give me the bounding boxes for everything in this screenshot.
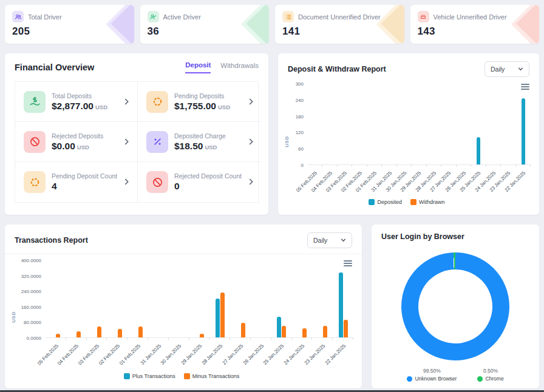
financial-card[interactable]: Pending Deposits $1,755.00USD — [138, 82, 262, 122]
category-column — [516, 98, 531, 164]
category-column — [127, 326, 148, 337]
financial-card[interactable]: Deposited Charge $18.50USD — [138, 122, 262, 162]
financial-card-unit: USD — [218, 104, 230, 110]
legend-item[interactable]: Minus Transactions — [184, 373, 240, 379]
financial-card[interactable]: Rejected Deposits $0.00USD — [15, 122, 138, 162]
stat-card-label: Vehicle Unnerified Driver — [433, 13, 507, 21]
y-tick-label: 240.0000 — [21, 289, 41, 294]
deposit-withdraw-header: Deposit & Withdraw Report Daily — [278, 53, 539, 83]
period-select[interactable]: Daily — [307, 232, 352, 248]
row-financial-deposit: Financial Overview Deposit Withdrawals T… — [5, 53, 539, 215]
panel-title: User Login by Browser — [381, 232, 464, 241]
period-select[interactable]: Daily — [484, 61, 529, 77]
y-tick-label: 0 — [301, 163, 304, 168]
bar — [220, 292, 225, 337]
bar — [76, 331, 81, 337]
legend-item[interactable]: Deposited — [369, 199, 402, 205]
chevron-right-icon — [123, 177, 130, 188]
financial-card-label: Deposited Charge — [174, 132, 242, 140]
users-icon — [12, 11, 24, 22]
y-tick-label: 300 — [296, 81, 304, 87]
hand-dollar-icon — [24, 91, 46, 113]
stat-card-row: Total Driver 205 Active Driver 36 Docume… — [5, 5, 539, 44]
bar — [323, 326, 327, 337]
legend-label: Withdrawn — [419, 199, 445, 205]
x-axis-labels: 05 Feb,202504 Feb,202503 Feb,202502 Feb,… — [46, 338, 353, 373]
plot-area-wrap: 05 Feb,202504 Feb,202503 Feb,202502 Feb,… — [308, 84, 531, 199]
x-tick-label: 22 Jan,2025 — [516, 165, 531, 199]
bar — [344, 320, 348, 337]
category-column — [230, 323, 251, 337]
chevron-down-icon — [341, 237, 346, 244]
financial-card[interactable]: Total Deposits $2,877.00USD — [15, 82, 138, 122]
browser-donut-chart: 99.50%Unknown Browser0.50%Chrome — [372, 246, 539, 382]
bar — [477, 137, 480, 164]
legend-item[interactable]: Withdrawn — [410, 199, 445, 205]
chart-menu-icon[interactable] — [521, 83, 529, 91]
x-axis-labels: 05 Feb,202504 Feb,202503 Feb,202502 Feb,… — [308, 165, 531, 199]
x-tick-label: 22 Jan,2025 — [333, 338, 353, 373]
bar — [277, 317, 281, 337]
donut-legend-item[interactable]: 99.50%Unknown Browser — [407, 368, 457, 382]
financial-card-label: Rejected Deposit Count — [174, 172, 242, 180]
legend-percent: 0.50% — [483, 368, 498, 374]
period-select-value: Daily — [491, 66, 505, 73]
category-column — [66, 331, 87, 337]
bar — [118, 329, 122, 337]
y-tick-label: 80.0000 — [24, 320, 41, 325]
y-tick-label: 320.0000 — [21, 273, 41, 279]
category-column — [107, 329, 127, 337]
chart-menu-icon[interactable] — [344, 259, 352, 268]
financial-card-unit: USD — [95, 104, 107, 110]
bar — [200, 334, 204, 337]
financial-card-value: $0.00USD — [52, 141, 117, 152]
category-column — [292, 328, 313, 337]
y-tick-label: 60 — [298, 146, 304, 152]
y-axis-title: USD — [283, 84, 291, 199]
financial-card-value: 4 — [52, 181, 117, 192]
transactions-header: Transactions Report Daily — [5, 225, 362, 254]
tab-withdrawals[interactable]: Withdrawals — [220, 62, 259, 73]
browser-login-panel: User Login by Browser 99.50%Unknown Brow… — [372, 225, 539, 388]
y-axis: 400.0000320.0000240.0000160.000080.00000… — [18, 260, 46, 338]
stat-card: Total Driver 205 — [5, 5, 134, 44]
legend-swatch — [410, 199, 416, 205]
y-tick-label: 400.0000 — [21, 258, 41, 263]
stat-card: Document Unnerified Driver 141 — [275, 5, 404, 44]
financial-card-value: $1,755.00USD — [174, 101, 242, 112]
financial-card[interactable]: Pending Deposit Count 4 — [15, 162, 138, 202]
donut-legend-item[interactable]: 0.50%Chrome — [477, 368, 503, 382]
financial-card[interactable]: Rejected Deposit Count 0 — [138, 162, 262, 202]
financial-cards-grid: Total Deposits $2,877.00USD Pending Depo… — [15, 81, 259, 203]
legend-label: Deposited — [377, 199, 402, 205]
user-check-icon — [148, 11, 159, 22]
legend-label: Plus Transactions — [132, 373, 175, 379]
period-select-value: Daily — [313, 237, 327, 244]
vehicle-icon — [418, 11, 429, 22]
bar — [302, 328, 307, 337]
y-axis-title: USD — [10, 260, 18, 373]
chevron-right-icon — [248, 137, 254, 147]
stat-card: Vehicle Unnerified Driver 143 — [410, 5, 540, 44]
y-axis: 300240180120600 — [291, 84, 308, 165]
bar — [97, 326, 101, 337]
category-column — [87, 326, 107, 337]
bar-chart-body: USD30024018012060005 Feb,202504 Feb,2025… — [283, 84, 531, 199]
donut-hole — [418, 269, 492, 343]
deposit-withdraw-panel: Deposit & Withdraw Report Daily USD30024… — [278, 53, 539, 215]
donut-legend: 99.50%Unknown Browser0.50%Chrome — [407, 368, 503, 382]
category-column — [471, 137, 486, 164]
financial-tabs: Deposit Withdrawals — [185, 61, 259, 73]
chevron-right-icon — [123, 96, 130, 107]
chart-legend: Plus TransactionsMinus Transactions — [10, 373, 353, 379]
financial-card-value: 0 — [174, 181, 242, 192]
panel-title: Transactions Report — [15, 236, 88, 245]
financial-card-value: $2,877.00USD — [52, 101, 117, 112]
financial-card-value: $18.50USD — [174, 141, 242, 152]
stat-card-value: 205 — [12, 25, 127, 38]
financial-card-label: Pending Deposit Count — [52, 172, 117, 180]
legend-item[interactable]: Plus Transactions — [124, 373, 175, 379]
tab-deposit[interactable]: Deposit — [185, 61, 211, 73]
chart-legend: DepositedWithdrawn — [283, 199, 531, 205]
plot-area — [308, 84, 531, 165]
